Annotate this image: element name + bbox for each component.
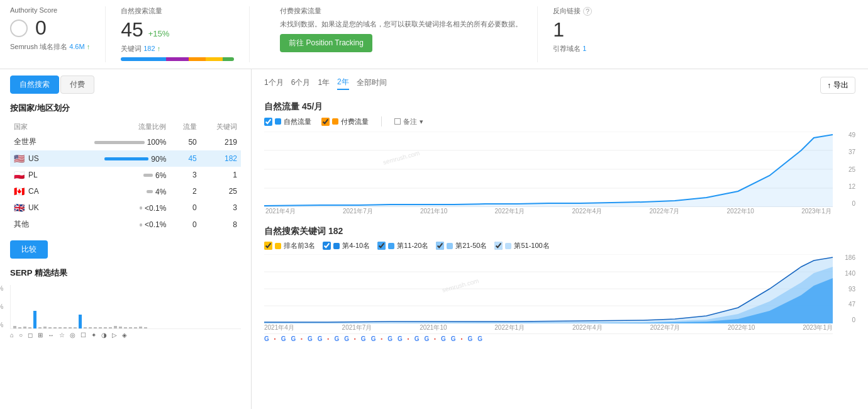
g-icon: G (308, 335, 313, 342)
table-row[interactable]: 🇵🇱PL 6% 3 1 (10, 167, 241, 183)
chart2-svg (264, 254, 833, 323)
serp-icon: ☆ (59, 332, 65, 339)
traffic-link[interactable]: 45 (188, 154, 196, 163)
kw-legend-51-100-checkbox[interactable] (494, 242, 503, 250)
position-tracking-btn[interactable]: 前往 Position Tracking (280, 34, 372, 52)
g-icon: G (291, 335, 296, 342)
col-traffic: 流量 (170, 120, 200, 133)
tab-paid[interactable]: 付费 (60, 76, 94, 94)
traffic-bar (140, 223, 142, 227)
country-name: 🇨🇦CA (14, 186, 53, 196)
g-icon: G (467, 335, 472, 342)
kw-legend-21-50-checkbox[interactable] (436, 242, 444, 250)
x-label: 2021年4月 (264, 323, 294, 332)
flag-icon: ▪ (381, 336, 382, 342)
serp-section: SERP 精选结果 9% 5% 0% (10, 267, 241, 339)
x-label: 2022年10 (728, 323, 755, 332)
serp-bar (139, 327, 142, 328)
tab-organic[interactable]: 自然搜索 (10, 76, 59, 94)
serp-bar (53, 327, 57, 328)
svg-marker-5 (264, 135, 833, 207)
serp-icon: ⊞ (38, 332, 43, 339)
svg-marker-13 (264, 278, 833, 323)
chart1-container: 49 37 25 12 0 semrush.com (264, 132, 855, 207)
table-row[interactable]: 🇺🇸US 90% 45 182 (10, 150, 241, 167)
keyword-section: 自然搜索关键词 182 排名前3名 第4-10名 第11-20名 (264, 226, 855, 342)
serp-bar (23, 327, 26, 328)
serp-bar (33, 311, 36, 328)
traffic-bar (140, 206, 142, 210)
authority-value: 0 (35, 16, 47, 40)
kw-dot-top3 (275, 243, 281, 249)
flag-icon: ▪ (408, 336, 409, 342)
g-icon: G (415, 335, 420, 342)
g-icon: G (387, 335, 392, 342)
backlink-label: 反向链接 ? (553, 6, 623, 16)
time-tab[interactable]: 1年 (318, 76, 330, 89)
chart2-legend: 排名前3名 第4-10名 第11-20名 第21-50名 (264, 241, 855, 250)
table-row[interactable]: 🇨🇦CA 4% 2 25 (10, 183, 241, 199)
google-icons-row: G ▪ G G ▪ G G ▪ G G ▪ G G ▪ G G ▪ G G ▪ (264, 333, 833, 342)
note-box-icon (394, 118, 401, 125)
search-tabs: 自然搜索 付费 (10, 76, 241, 94)
x-label: 2021年4月 (265, 207, 296, 216)
backlink-value: 1 (553, 18, 623, 42)
serp-icon: ✦ (91, 332, 96, 339)
organic-traffic-block: 自然搜索流量 45 +15% 关键词 182 ↑ (121, 6, 250, 62)
serp-icon: ◻ (28, 332, 33, 339)
legend-organic-checkbox[interactable] (264, 118, 272, 126)
serp-bar (38, 327, 42, 328)
kw-legend-top3-checkbox[interactable] (264, 242, 272, 250)
legend-paid-checkbox[interactable] (321, 118, 330, 126)
x-label: 2021年10 (420, 207, 447, 216)
time-tab[interactable]: 1个月 (264, 76, 284, 89)
organic-traffic-chart: 自然流量 45/月 自然流量 付费流量 备注 ▾ (264, 101, 855, 216)
country-table: 国家 流量比例 流量 关键词 全世界 100% 50 219 🇺🇸US 90% … (10, 120, 241, 233)
compare-button[interactable]: 比较 (10, 240, 48, 259)
table-row[interactable]: 🇬🇧UK <0.1% 0 3 (10, 199, 241, 216)
x-label: 2022年7月 (650, 207, 680, 216)
flag-icon: ▪ (274, 336, 276, 342)
serp-icon: ◈ (122, 332, 127, 339)
time-tabs: 1个月6个月1年2年全部时间 (264, 76, 387, 90)
time-tab-bar: 1个月6个月1年2年全部时间 ↑ 导出 (264, 76, 855, 95)
chevron-down-icon: ▾ (420, 118, 423, 126)
col-traffic-ratio: 流量比例 (57, 120, 170, 133)
time-tab[interactable]: 2年 (337, 76, 349, 90)
serp-bar (43, 327, 47, 328)
g-icon: G (424, 335, 429, 342)
serp-bar (99, 327, 102, 328)
time-tab[interactable]: 全部时间 (357, 76, 387, 89)
kw-dot-51-100 (505, 243, 511, 249)
x-label: 2022年4月 (572, 207, 603, 216)
serp-icon: ⌂ (10, 332, 14, 339)
col-keywords: 关键词 (201, 120, 241, 133)
kw-legend-4-10-checkbox[interactable] (323, 242, 331, 250)
traffic-bar (104, 157, 148, 160)
flag-icon: ▪ (328, 336, 330, 342)
country-section-title: 按国家/地区划分 (10, 103, 241, 114)
referring-domains: 引荐域名 1 (553, 44, 623, 53)
chart1-title: 自然流量 45/月 (264, 101, 855, 113)
chart2-container: 186 140 93 47 0 semrush.com (264, 254, 855, 323)
serp-bar (84, 327, 87, 328)
legend-divider (381, 116, 382, 126)
kw-legend-11-20-checkbox[interactable] (377, 242, 386, 250)
serp-icon: ↔ (48, 332, 54, 339)
serp-bar (124, 327, 127, 328)
kw-dot-4-10 (333, 243, 340, 249)
legend-note[interactable]: 备注 ▾ (394, 117, 423, 126)
time-tab[interactable]: 6个月 (291, 76, 311, 89)
serp-bar (144, 327, 147, 328)
serp-icon: ○ (19, 332, 23, 339)
table-row[interactable]: 全世界 100% 50 219 (10, 133, 241, 150)
serp-bar (89, 327, 92, 328)
serp-title: SERP 精选结果 (10, 267, 241, 279)
keyword-link[interactable]: 182 (225, 154, 237, 163)
serp-bar (119, 327, 122, 328)
table-row[interactable]: 其他 <0.1% 0 8 (10, 216, 241, 233)
country-name: 全世界 (14, 137, 53, 147)
chart2-title: 自然搜索关键词 182 (264, 226, 855, 237)
paid-notice: 未找到数据。如果这是您的域名，您可以获取关键词排名相关的所有必要数据。 (280, 20, 522, 29)
export-button[interactable]: ↑ 导出 (820, 77, 855, 94)
